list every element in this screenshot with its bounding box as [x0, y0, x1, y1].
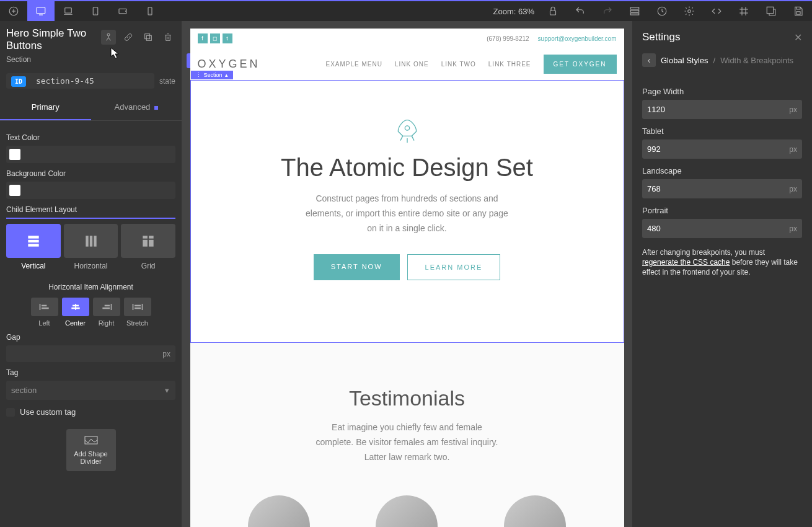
- save-button[interactable]: [785, 1, 812, 22]
- history-button[interactable]: [648, 1, 676, 22]
- layout-grid-button[interactable]: Grid: [121, 224, 175, 270]
- tablet-input[interactable]: px: [642, 140, 802, 159]
- svg-rect-32: [94, 236, 96, 246]
- svg-rect-29: [28, 244, 38, 246]
- bg-color-label: Background Color: [6, 169, 175, 178]
- gap-label: Gap: [6, 333, 175, 342]
- breakpoint-note: After changing breakpoints, you must reg…: [642, 247, 802, 277]
- svg-rect-42: [71, 308, 79, 309]
- structure-button[interactable]: [621, 1, 648, 22]
- redo-button[interactable]: [594, 1, 621, 22]
- code-button[interactable]: [703, 1, 730, 22]
- facebook-icon[interactable]: f: [198, 33, 208, 43]
- svg-rect-26: [146, 35, 151, 40]
- nav-cta-button[interactable]: GET OXYGEN: [544, 55, 617, 74]
- twitter-icon[interactable]: t: [223, 33, 232, 43]
- landscape-input[interactable]: px: [642, 179, 802, 198]
- layout-label: Child Element Layout: [6, 205, 175, 214]
- svg-rect-38: [42, 305, 46, 307]
- nav-link[interactable]: EXAMPLE MENU: [326, 61, 382, 68]
- text-color-input[interactable]: [6, 146, 175, 163]
- tablet-breakpoint-button[interactable]: [82, 1, 109, 22]
- structure-action-icon[interactable]: [101, 30, 116, 45]
- close-icon[interactable]: ✕: [794, 32, 802, 43]
- tab-advanced[interactable]: Advanced: [91, 95, 182, 120]
- regenerate-cache-link[interactable]: regenerate the CSS cache: [642, 258, 730, 267]
- learn-more-button[interactable]: LEARN MORE: [407, 254, 501, 280]
- desktop-breakpoint-button[interactable]: [27, 1, 55, 22]
- nav-link[interactable]: LINK ONE: [395, 61, 429, 68]
- nav-link[interactable]: LINK THREE: [488, 61, 531, 68]
- svg-rect-14: [630, 7, 639, 9]
- gap-input[interactable]: px: [6, 345, 175, 362]
- layout-vertical-button[interactable]: Vertical: [6, 224, 61, 270]
- settings-button[interactable]: [676, 1, 703, 22]
- right-settings-panel: Settings ✕ ‹ Global Styles / Width & Bre…: [632, 21, 812, 527]
- tab-primary[interactable]: Primary: [0, 95, 91, 120]
- element-type-label: Section: [6, 55, 175, 64]
- custom-tag-checkbox[interactable]: [6, 408, 15, 417]
- svg-rect-31: [89, 236, 92, 246]
- phone-breakpoint-button[interactable]: [136, 1, 164, 22]
- lock-button[interactable]: [539, 1, 567, 22]
- svg-rect-36: [149, 239, 154, 246]
- align-center-button[interactable]: Center: [62, 298, 89, 327]
- svg-point-51: [405, 126, 409, 130]
- preview-nav: OXYGEN EXAMPLE MENU LINK ONE LINK TWO LI…: [190, 48, 624, 80]
- align-right-button[interactable]: Right: [93, 298, 120, 327]
- svg-rect-27: [28, 236, 38, 238]
- svg-rect-41: [73, 305, 79, 307]
- svg-rect-23: [767, 7, 774, 14]
- custom-tag-label: Use custom tag: [20, 407, 76, 417]
- add-element-button[interactable]: [0, 1, 27, 22]
- layout-horizontal-button[interactable]: Horizontal: [64, 224, 118, 270]
- link-action-icon[interactable]: [121, 30, 136, 45]
- instagram-icon[interactable]: ◻: [210, 33, 220, 43]
- portrait-input[interactable]: px: [642, 219, 802, 238]
- copy-action-icon[interactable]: [141, 30, 156, 45]
- nav-link[interactable]: LINK TWO: [441, 61, 476, 68]
- left-properties-panel: Hero Simple Two Buttons Section ID secti…: [0, 21, 182, 527]
- undo-button[interactable]: [567, 1, 594, 22]
- svg-rect-49: [135, 308, 141, 309]
- page-width-label: Page Width: [642, 87, 802, 96]
- indicator-dot: [154, 106, 158, 110]
- frontend-button[interactable]: [757, 1, 785, 22]
- portrait-label: Portrait: [642, 206, 802, 215]
- shape-divider-button[interactable]: Add Shape Divider: [66, 429, 116, 471]
- page-width-input[interactable]: px: [642, 100, 802, 119]
- breadcrumb-item[interactable]: Global Styles: [661, 56, 708, 65]
- back-button[interactable]: ‹: [642, 53, 656, 67]
- svg-rect-48: [135, 305, 141, 307]
- element-title: Hero Simple Two Buttons: [6, 27, 101, 52]
- landscape-breakpoint-button[interactable]: [109, 1, 136, 22]
- bg-color-input[interactable]: [6, 182, 175, 199]
- breadcrumb-sep: /: [713, 56, 716, 65]
- grid-button[interactable]: [730, 1, 757, 22]
- align-left-button[interactable]: Left: [31, 298, 58, 327]
- tag-select[interactable]: section: [6, 381, 175, 400]
- svg-rect-35: [143, 239, 148, 246]
- delete-action-icon[interactable]: [161, 30, 175, 45]
- canvas-area: f ◻ t (678) 999-8212 support@oxygenbuild…: [182, 21, 632, 527]
- testimonials-section[interactable]: Testimonials Eat imagine you chiefly few…: [190, 343, 624, 527]
- rocket-icon: [216, 118, 599, 148]
- start-now-button[interactable]: START NOW: [314, 254, 400, 280]
- canvas-viewport[interactable]: f ◻ t (678) 999-8212 support@oxygenbuild…: [190, 29, 624, 527]
- color-swatch: [9, 149, 20, 160]
- laptop-breakpoint-button[interactable]: [55, 1, 82, 22]
- align-stretch-button[interactable]: Stretch: [124, 298, 151, 327]
- hero-title: The Atomic Design Set: [216, 154, 599, 182]
- state-selector[interactable]: state: [159, 77, 175, 86]
- svg-rect-30: [86, 236, 88, 246]
- selection-tab[interactable]: ⋮ Section ▴: [191, 71, 233, 79]
- svg-rect-43: [110, 304, 112, 310]
- email-link[interactable]: support@oxygenbuilder.com: [538, 35, 617, 42]
- svg-rect-39: [42, 308, 49, 309]
- svg-rect-45: [102, 308, 110, 309]
- hero-text: Construct pages from hundreds of section…: [302, 191, 513, 236]
- element-id-field[interactable]: ID section-9-45: [6, 73, 154, 89]
- tag-label: Tag: [6, 368, 175, 377]
- hero-section[interactable]: ⋮ Section ▴ The Atomic Design Set Constr…: [190, 80, 624, 343]
- avatar: [248, 495, 310, 527]
